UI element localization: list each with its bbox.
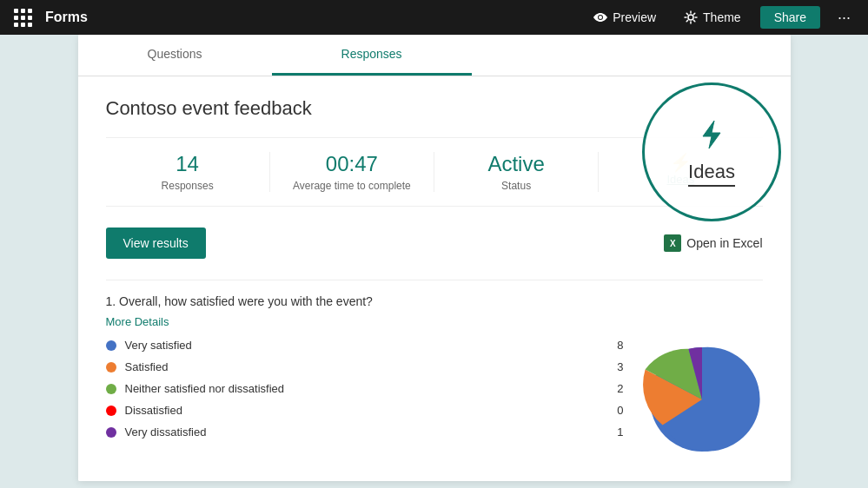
- tab-responses[interactable]: Responses: [272, 35, 472, 76]
- theme-button[interactable]: Theme: [675, 7, 750, 28]
- view-results-button[interactable]: View results: [106, 228, 206, 259]
- list-item: Very dissatisfied 1: [106, 425, 624, 439]
- legend-label-dissatisfied: Dissatisfied: [125, 404, 609, 417]
- svg-point-0: [688, 15, 693, 20]
- legend-count-dissatisfied: 0: [617, 404, 623, 417]
- avg-time-value: 00:47: [270, 152, 434, 176]
- app-name: Forms: [45, 10, 88, 25]
- open-excel-button[interactable]: X Open in Excel: [664, 234, 762, 252]
- topbar: Forms Preview Theme Share ···: [0, 0, 868, 35]
- question-number: 1.: [106, 294, 116, 308]
- legend-count-satisfied: 3: [617, 360, 623, 373]
- theme-label: Theme: [703, 10, 741, 24]
- pie-chart: [641, 339, 763, 460]
- legend-dot-neutral: [106, 384, 116, 394]
- legend-label-neutral: Neither satisfied nor dissatisfied: [125, 382, 609, 395]
- legend-list: Very satisfied 8 Satisfied 3 Neither sat…: [106, 339, 624, 460]
- legend-label-very-satisfied: Very satisfied: [125, 339, 609, 352]
- list-item: Dissatisfied 0: [106, 404, 624, 417]
- legend-count-neutral: 2: [617, 382, 623, 395]
- legend-count-very-satisfied: 8: [617, 339, 623, 352]
- ideas-overlay-label: Ideas: [688, 161, 735, 187]
- share-label: Share: [774, 10, 806, 24]
- theme-icon: [684, 10, 698, 24]
- more-options-button[interactable]: ···: [831, 5, 858, 30]
- more-details-link[interactable]: More Details: [106, 315, 763, 328]
- tabs-container: Questions Responses: [78, 35, 791, 76]
- eye-icon: [593, 10, 607, 24]
- list-item: Satisfied 3: [106, 360, 624, 373]
- more-icon: ···: [838, 9, 851, 26]
- responses-value: 14: [106, 152, 269, 176]
- stat-avg-time: 00:47 Average time to complete: [270, 152, 434, 192]
- status-value: Active: [434, 152, 598, 176]
- status-label: Status: [434, 180, 598, 192]
- legend-dot-satisfied: [106, 362, 116, 373]
- responses-label: Responses: [106, 180, 269, 192]
- action-row: View results X Open in Excel: [106, 228, 763, 259]
- stat-responses: 14 Responses: [106, 152, 270, 192]
- share-button[interactable]: Share: [760, 6, 820, 29]
- waffle-menu-button[interactable]: [10, 5, 35, 30]
- question-title: 1. Overall, how satisfied were you with …: [106, 294, 763, 308]
- list-item: Neither satisfied nor dissatisfied 2: [106, 382, 624, 395]
- tab-questions[interactable]: Questions: [78, 35, 272, 76]
- legend-count-very-dissatisfied: 1: [617, 425, 623, 439]
- preview-label: Preview: [613, 10, 656, 24]
- pie-chart-svg: [641, 339, 763, 460]
- chart-layout: Very satisfied 8 Satisfied 3 Neither sat…: [106, 339, 763, 460]
- legend-label-very-dissatisfied: Very dissatisfied: [125, 425, 609, 439]
- open-excel-label: Open in Excel: [686, 236, 762, 250]
- waffle-icon: [14, 9, 32, 27]
- question-section: 1. Overall, how satisfied were you with …: [106, 280, 763, 460]
- legend-label-satisfied: Satisfied: [125, 360, 609, 373]
- excel-icon: X: [664, 234, 681, 252]
- stat-status: Active Status: [434, 152, 599, 192]
- legend-dot-very-satisfied: [106, 340, 116, 351]
- question-text: Overall, how satisfied were you with the…: [119, 294, 373, 308]
- legend-dot-very-dissatisfied: [106, 427, 116, 438]
- avg-time-label: Average time to complete: [270, 180, 434, 192]
- bolt-icon: [694, 117, 729, 157]
- list-item: Very satisfied 8: [106, 339, 624, 352]
- legend-dot-dissatisfied: [106, 406, 116, 416]
- preview-button[interactable]: Preview: [585, 7, 665, 28]
- ideas-overlay[interactable]: Ideas: [642, 82, 781, 221]
